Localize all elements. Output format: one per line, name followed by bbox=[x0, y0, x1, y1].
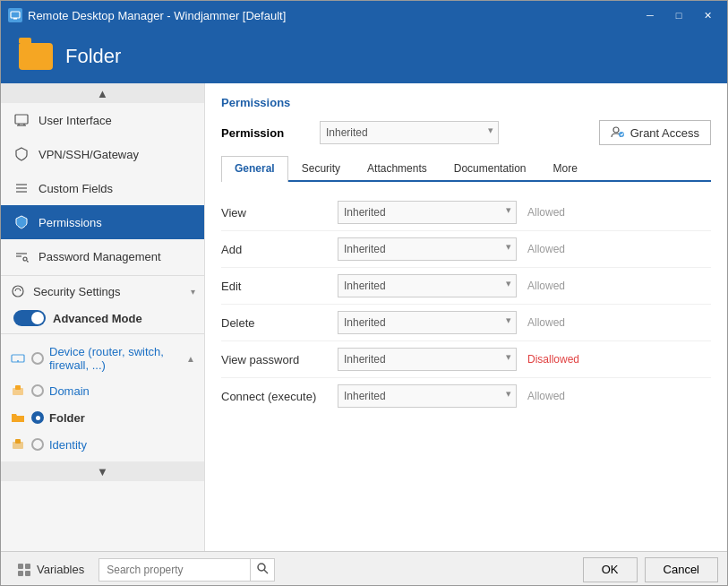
perm-delete-select[interactable]: InheritedNeverAlways bbox=[338, 311, 517, 334]
perm-edit-select-wrap: InheritedNeverAlways bbox=[338, 274, 517, 297]
perm-row-view: View InheritedNeverAlways Allowed bbox=[221, 194, 711, 231]
sidebar: ▲ User Interface VPN/SSH/Gateway Custom … bbox=[1, 83, 205, 551]
tab-general[interactable]: General bbox=[221, 156, 288, 182]
app-icon bbox=[8, 8, 22, 22]
perm-viewpassword-status: Disallowed bbox=[527, 353, 590, 366]
perm-add-label: Add bbox=[221, 243, 338, 256]
svg-rect-24 bbox=[18, 571, 23, 576]
sidebar-item-label: User Interface bbox=[39, 114, 112, 127]
svg-rect-17 bbox=[15, 385, 21, 390]
domain-radio[interactable] bbox=[31, 384, 44, 397]
minimize-button[interactable]: ─ bbox=[638, 6, 663, 24]
tab-documentation[interactable]: Documentation bbox=[441, 156, 540, 180]
tree-item-domain-label: Domain bbox=[49, 384, 90, 398]
tree-item-device[interactable]: Device (router, switch, firewall, ...) ▲ bbox=[1, 340, 204, 377]
sidebar-item-vpn[interactable]: VPN/SSH/Gateway bbox=[1, 137, 204, 171]
device-tree-icon bbox=[10, 350, 26, 366]
close-button[interactable]: ✕ bbox=[695, 6, 720, 24]
vpn-icon bbox=[13, 146, 30, 162]
tree-item-identity[interactable]: Identity bbox=[1, 431, 204, 458]
identity-radio[interactable] bbox=[31, 438, 44, 451]
svg-line-12 bbox=[27, 261, 29, 263]
sidebar-item-user-interface[interactable]: User Interface bbox=[1, 103, 204, 137]
security-settings-chevron: ▾ bbox=[191, 287, 195, 297]
tree-item-domain[interactable]: Domain bbox=[1, 377, 204, 404]
variables-button[interactable]: Variables bbox=[10, 559, 91, 581]
svg-point-15 bbox=[17, 360, 19, 362]
perm-view-select[interactable]: InheritedNeverAlways bbox=[338, 201, 517, 224]
svg-rect-0 bbox=[11, 12, 20, 18]
svg-point-21 bbox=[619, 132, 624, 137]
grant-access-icon bbox=[611, 125, 625, 140]
svg-rect-25 bbox=[25, 571, 30, 576]
password-icon bbox=[13, 248, 30, 264]
search-property-input[interactable] bbox=[98, 558, 251, 582]
svg-rect-22 bbox=[18, 564, 23, 569]
sidebar-item-label: Custom Fields bbox=[39, 182, 113, 195]
security-settings-label: Security Settings bbox=[33, 285, 121, 298]
tree-item-folder-label: Folder bbox=[49, 411, 85, 425]
sidebar-item-custom-fields[interactable]: Custom Fields bbox=[1, 171, 204, 205]
sidebar-divider bbox=[1, 275, 204, 276]
perm-connect-label: Connect (execute) bbox=[221, 390, 338, 403]
permission-select[interactable]: Inherited Never Always bbox=[320, 121, 499, 144]
title-bar-controls: ─ □ ✕ bbox=[638, 6, 720, 24]
perm-row-viewpassword: View password InheritedNeverAlways Disal… bbox=[221, 341, 711, 378]
svg-point-26 bbox=[258, 564, 265, 571]
search-property-button[interactable] bbox=[251, 558, 275, 582]
folder-radio[interactable] bbox=[31, 411, 44, 424]
tree-item-folder[interactable]: Folder bbox=[1, 404, 204, 431]
svg-point-11 bbox=[23, 257, 27, 261]
maximize-button[interactable]: □ bbox=[666, 6, 691, 24]
cancel-button[interactable]: Cancel bbox=[645, 557, 718, 582]
app-header: Folder bbox=[1, 30, 727, 83]
perm-edit-label: Edit bbox=[221, 280, 338, 293]
permission-select-wrapper: Inherited Never Always bbox=[320, 121, 499, 144]
advanced-mode-toggle[interactable] bbox=[13, 310, 46, 326]
tab-security[interactable]: Security bbox=[288, 156, 354, 180]
sidebar-item-password-mgmt[interactable]: Password Management bbox=[1, 239, 204, 273]
sidebar-item-label: Password Management bbox=[39, 250, 161, 263]
search-icon bbox=[256, 562, 269, 574]
svg-rect-19 bbox=[15, 439, 21, 444]
page-title: Folder bbox=[65, 45, 121, 68]
security-icon bbox=[10, 283, 26, 299]
bottom-bar: Variables OK Cancel bbox=[1, 551, 727, 586]
perm-add-select[interactable]: InheritedNeverAlways bbox=[338, 237, 517, 261]
identity-tree-icon bbox=[10, 436, 26, 452]
perm-delete-status: Allowed bbox=[527, 316, 590, 329]
sidebar-item-permissions[interactable]: Permissions bbox=[1, 205, 204, 239]
tab-attachments[interactable]: Attachments bbox=[354, 156, 441, 180]
variables-icon bbox=[17, 563, 31, 577]
sidebar-scroll-up[interactable]: ▲ bbox=[1, 83, 204, 103]
perm-row-delete: Delete InheritedNeverAlways Allowed bbox=[221, 305, 711, 341]
svg-rect-1 bbox=[13, 18, 17, 20]
perm-row-edit: Edit InheritedNeverAlways Allowed bbox=[221, 268, 711, 305]
domain-tree-icon bbox=[10, 383, 26, 399]
perm-edit-status: Allowed bbox=[527, 280, 590, 292]
device-radio[interactable] bbox=[31, 352, 44, 365]
perm-row-add: Add InheritedNeverAlways Allowed bbox=[221, 231, 711, 268]
title-bar-left: Remote Desktop Manager - Windjammer [Def… bbox=[8, 8, 286, 22]
perm-viewpassword-select-wrap: InheritedNeverAlways bbox=[338, 348, 517, 371]
svg-rect-23 bbox=[25, 564, 30, 569]
grant-access-button[interactable]: Grant Access bbox=[599, 120, 711, 145]
advanced-mode-row: Advanced Mode bbox=[1, 305, 204, 332]
permission-label: Permission bbox=[221, 126, 311, 140]
perm-viewpassword-select[interactable]: InheritedNeverAlways bbox=[338, 348, 517, 371]
perm-view-label: View bbox=[221, 206, 338, 220]
perm-edit-select[interactable]: InheritedNeverAlways bbox=[338, 274, 517, 297]
perm-connect-select[interactable]: InheritedNeverAlways bbox=[338, 384, 517, 408]
permission-header-row: Permission Inherited Never Always Grant … bbox=[221, 120, 711, 145]
ok-button[interactable]: OK bbox=[583, 557, 638, 582]
sidebar-scroll-down[interactable]: ▼ bbox=[1, 461, 204, 481]
tab-more[interactable]: More bbox=[539, 156, 590, 180]
svg-line-27 bbox=[264, 570, 268, 573]
title-bar: Remote Desktop Manager - Windjammer [Def… bbox=[1, 1, 727, 30]
custom-fields-icon bbox=[13, 180, 30, 196]
tree-item-device-label: Device (router, switch, firewall, ...) bbox=[49, 345, 181, 372]
bottom-bar-right: OK Cancel bbox=[583, 557, 718, 582]
perm-delete-label: Delete bbox=[221, 316, 338, 330]
section-title: Permissions bbox=[221, 96, 711, 109]
perm-connect-select-wrap: InheritedNeverAlways bbox=[338, 384, 517, 408]
